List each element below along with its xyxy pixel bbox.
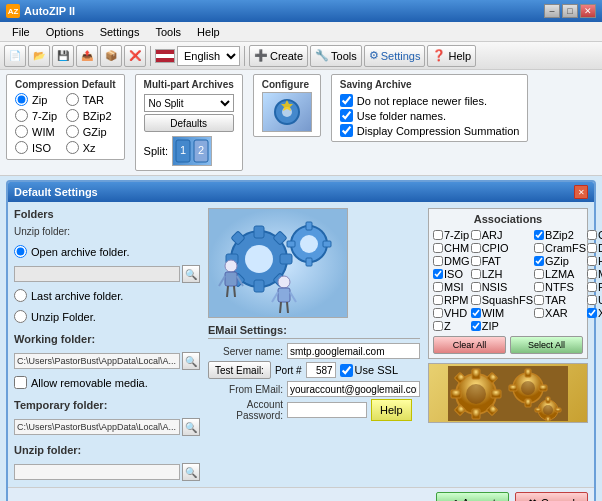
test-email-button[interactable]: Test Email: — [208, 361, 271, 379]
assoc-label-cab: CAB — [598, 229, 602, 241]
tools-button[interactable]: 🔧 Tools — [310, 45, 362, 67]
assoc-checkbox-iso[interactable] — [433, 269, 443, 279]
accept-button[interactable]: ✔ Accept — [436, 492, 509, 501]
assoc-checkbox-cramfs[interactable] — [534, 243, 544, 253]
save-button[interactable]: 💾 — [52, 45, 74, 67]
associations-title: Associations — [433, 213, 583, 225]
assoc-item-rar: RAR — [587, 281, 602, 293]
assoc-item-cab: CAB — [587, 229, 602, 241]
temp-browse[interactable]: 🔍 — [182, 418, 200, 436]
create-label: Create — [270, 50, 303, 62]
assoc-checkbox-nsis[interactable] — [471, 282, 481, 292]
working-browse[interactable]: 🔍 — [182, 352, 200, 370]
password-input[interactable] — [287, 402, 367, 418]
assoc-checkbox-lzma[interactable] — [534, 269, 544, 279]
menu-settings[interactable]: Settings — [92, 24, 148, 40]
assoc-label-wim: WIM — [482, 307, 505, 319]
select-all-button[interactable]: Select All — [510, 336, 583, 354]
assoc-checkbox-cpio[interactable] — [471, 243, 481, 253]
assoc-checkbox-ntfs[interactable] — [534, 282, 544, 292]
assoc-checkbox-chm[interactable] — [433, 243, 443, 253]
assoc-checkbox-mbr[interactable] — [587, 269, 597, 279]
split-select[interactable]: No Split — [144, 94, 234, 112]
new-button[interactable]: 📄 — [4, 45, 26, 67]
open-archive-path[interactable] — [14, 266, 180, 282]
assoc-label-lzma: LZMA — [545, 268, 574, 280]
minimize-button[interactable]: – — [544, 4, 560, 18]
settings-button[interactable]: ⚙ Settings — [364, 45, 426, 67]
multipart-group: Multi-part Archives No Split Defaults Sp… — [135, 74, 243, 171]
maximize-button[interactable]: □ — [562, 4, 578, 18]
unzip-path-input[interactable] — [14, 464, 180, 480]
compress-button[interactable]: 📦 — [100, 45, 122, 67]
menu-help[interactable]: Help — [189, 24, 228, 40]
svg-rect-21 — [287, 241, 295, 247]
assoc-checkbox-wim[interactable] — [471, 308, 481, 318]
use-ssl-checkbox[interactable] — [340, 364, 353, 377]
assoc-checkbox-zip[interactable] — [471, 321, 481, 331]
assoc-checkbox-tar[interactable] — [534, 295, 544, 305]
assoc-checkbox-dmg[interactable] — [433, 256, 443, 266]
email-help-button[interactable]: Help — [371, 399, 412, 421]
assoc-checkbox-deb[interactable] — [587, 243, 597, 253]
split-image: 1 2 — [172, 136, 212, 166]
svg-point-29 — [278, 276, 290, 288]
allow-removable-checkbox[interactable] — [14, 376, 27, 389]
assoc-checkbox-gzip[interactable] — [534, 256, 544, 266]
assoc-checkbox-hfs[interactable] — [587, 256, 597, 266]
assoc-checkbox-udf[interactable] — [587, 295, 597, 305]
menu-file[interactable]: File — [4, 24, 38, 40]
assoc-checkbox-bzip2[interactable] — [534, 230, 544, 240]
open-archive-browse[interactable]: 🔍 — [182, 265, 200, 283]
unzip-browse[interactable]: 🔍 — [182, 463, 200, 481]
use-folder-checkbox[interactable] — [340, 109, 353, 122]
compression-title: Compression Default — [15, 79, 116, 90]
assoc-checkbox-msi[interactable] — [433, 282, 443, 292]
associations-group: Associations 7-ZipARJBZip2CABCHMCPIOCram… — [428, 208, 588, 359]
svg-point-18 — [300, 235, 318, 253]
assoc-checkbox-fat[interactable] — [471, 256, 481, 266]
svg-rect-39 — [472, 409, 480, 419]
port-input[interactable] — [306, 362, 336, 378]
assoc-checkbox-z[interactable] — [433, 321, 443, 331]
extract-button[interactable]: 📤 — [76, 45, 98, 67]
clear-all-button[interactable]: Clear All — [433, 336, 506, 354]
dialog-close-button[interactable]: ✕ — [574, 185, 588, 199]
assoc-checkbox-squashfs[interactable] — [471, 295, 481, 305]
temp-label: Temporary folder: — [14, 399, 200, 411]
assoc-checkbox-lzh[interactable] — [471, 269, 481, 279]
temp-path-input[interactable] — [14, 419, 180, 435]
menu-options[interactable]: Options — [38, 24, 92, 40]
menu-tools[interactable]: Tools — [147, 24, 189, 40]
help-button[interactable]: ❓ Help — [427, 45, 476, 67]
svg-point-8 — [245, 245, 273, 273]
working-path-input[interactable] — [14, 353, 180, 369]
assoc-item-msi: MSI — [433, 281, 470, 293]
assoc-checkbox-vhd[interactable] — [433, 308, 443, 318]
assoc-checkbox-rar[interactable] — [587, 282, 597, 292]
language-select[interactable]: English — [177, 46, 240, 66]
cancel-button[interactable]: ✖ Cancel — [515, 492, 588, 501]
svg-rect-56 — [535, 408, 541, 412]
display-compression-checkbox[interactable] — [340, 124, 353, 137]
no-replace-checkbox[interactable] — [340, 94, 353, 107]
assoc-checkbox-xz[interactable] — [587, 308, 597, 318]
assoc-label-tar: TAR — [545, 294, 566, 306]
assoc-item-hfs: HFS — [587, 255, 602, 267]
close-button[interactable]: ✕ — [580, 4, 596, 18]
assoc-checkbox-7-zip[interactable] — [433, 230, 443, 240]
svg-text:2: 2 — [198, 144, 204, 156]
from-email-row: From EMail: — [208, 381, 420, 397]
assoc-checkbox-arj[interactable] — [471, 230, 481, 240]
assoc-checkbox-rpm[interactable] — [433, 295, 443, 305]
server-input[interactable] — [287, 343, 420, 359]
app-title: AutoZIP II — [24, 5, 75, 17]
delete-button[interactable]: ❌ — [124, 45, 146, 67]
defaults-button[interactable]: Defaults — [144, 114, 234, 132]
from-input[interactable] — [287, 381, 420, 397]
create-button[interactable]: ➕ Create — [249, 45, 308, 67]
open-button[interactable]: 📂 — [28, 45, 50, 67]
assoc-item-chm: CHM — [433, 242, 470, 254]
assoc-checkbox-xar[interactable] — [534, 308, 544, 318]
assoc-checkbox-cab[interactable] — [587, 230, 597, 240]
